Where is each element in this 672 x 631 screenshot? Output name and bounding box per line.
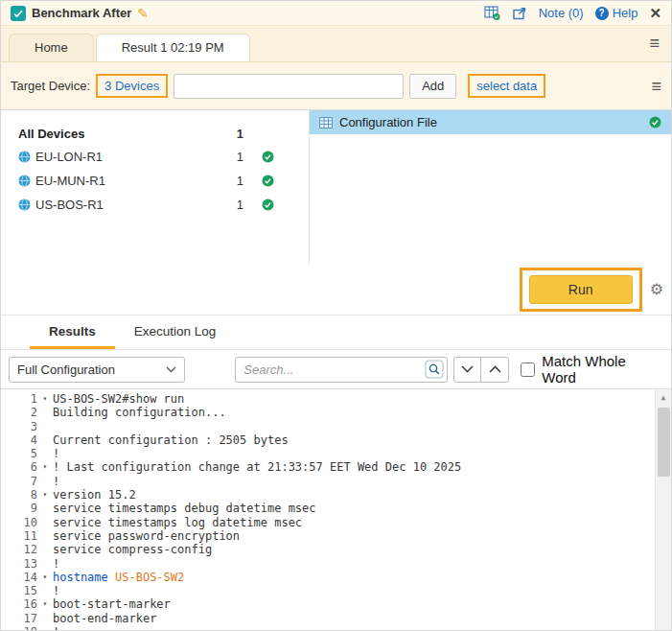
code-text: service timestamps log datetime msec: [53, 516, 302, 529]
match-whole-word-checkbox[interactable]: [521, 362, 535, 377]
devices-panel: All Devices 1 EU-LON-R11EU-MUN-R11US-BOS…: [1, 110, 310, 264]
code-text: US-BOS-SW2#show run: [53, 392, 184, 406]
device-name: EU-LON-R1: [35, 150, 222, 164]
fold-spacer: [37, 612, 53, 625]
code-line: 7!: [1, 475, 654, 488]
code-text: !: [53, 557, 59, 571]
device-success-check-icon: [243, 199, 291, 211]
scrollbar[interactable]: ▲: [655, 389, 671, 630]
results-tab-bar: Results Execution Log: [1, 316, 671, 350]
match-whole-word: Match Whole Word: [521, 353, 663, 386]
tab-home[interactable]: Home: [9, 34, 94, 61]
find-prev-button[interactable]: [480, 357, 509, 383]
close-icon[interactable]: ✕: [649, 5, 661, 22]
search-icon[interactable]: [425, 360, 444, 379]
edit-title-icon[interactable]: ✎: [137, 6, 149, 21]
run-button[interactable]: Run: [529, 275, 633, 304]
code-line: 5!: [1, 447, 654, 460]
code-text: !: [53, 447, 59, 460]
page-title: Benchmark After: [32, 6, 131, 20]
code-text: !: [53, 475, 59, 488]
highlight-box-run: Run: [520, 268, 642, 312]
code-line: 9service timestamps debug datetime msec: [1, 502, 654, 515]
find-next-button[interactable]: [453, 357, 482, 383]
tab-result-1[interactable]: Result 1 02:19 PM: [96, 34, 250, 61]
code-text: boot-start-marker: [53, 597, 171, 611]
line-number: 15: [1, 584, 37, 597]
highlight-box-select-data: select data: [468, 74, 545, 98]
code-line: 11service password-encryption: [1, 529, 654, 543]
code-text: service timestamps debug datetime msec: [53, 502, 316, 515]
device-table-icon[interactable]: [484, 5, 500, 21]
line-number: 17: [1, 612, 37, 625]
title-left: Benchmark After ✎: [11, 6, 149, 21]
code-line: 14▾hostname US-BOS-SW2: [1, 571, 654, 584]
chevron-down-icon: [166, 366, 176, 373]
device-count: 1: [222, 198, 243, 212]
code-line: 6▾! Last configuration change at 21:33:5…: [1, 460, 654, 474]
tab-menu-icon[interactable]: ≡: [649, 35, 660, 52]
code-text: version 15.2: [53, 488, 136, 502]
toolbar-menu-icon[interactable]: ≡: [651, 78, 661, 95]
fold-spacer: [37, 406, 53, 419]
fold-toggle-icon[interactable]: ▾: [37, 460, 53, 474]
tab-bar: Home Result 1 02:19 PM ≡: [1, 26, 671, 62]
code-line: 10service timestamps log datetime msec: [1, 516, 654, 529]
scrollbar-thumb[interactable]: [658, 408, 670, 477]
fold-spacer: [37, 516, 53, 529]
line-number: 18: [1, 625, 37, 630]
feedback-icon[interactable]: [512, 6, 527, 21]
code-text: !: [53, 625, 59, 630]
data-panel: Configuration File: [310, 110, 671, 264]
tab-execution-log[interactable]: Execution Log: [115, 316, 236, 349]
line-number: 12: [1, 543, 37, 556]
code-line: 18!: [1, 625, 654, 630]
code-text: ! Last configuration change at 21:33:57 …: [53, 460, 461, 474]
device-input[interactable]: [174, 74, 404, 99]
code-text: boot-end-marker: [53, 612, 156, 625]
tab-results[interactable]: Results: [30, 316, 115, 349]
help-label: Help: [613, 6, 638, 20]
code-line: 16▾boot-start-marker: [1, 597, 654, 611]
fold-toggle-icon[interactable]: ▾: [37, 392, 53, 406]
note-button[interactable]: Note (0): [539, 6, 584, 20]
line-number: 2: [1, 406, 37, 419]
match-whole-word-label: Match Whole Word: [542, 353, 663, 386]
device-row[interactable]: US-BOS-R11: [1, 193, 309, 217]
fold-spacer: [37, 557, 53, 571]
select-data-link[interactable]: select data: [476, 79, 537, 93]
line-number: 11: [1, 529, 37, 543]
main-panels: All Devices 1 EU-LON-R11EU-MUN-R11US-BOS…: [1, 110, 671, 264]
device-count: 1: [222, 150, 243, 164]
device-icon: [18, 175, 35, 187]
devices-count-link[interactable]: 3 Devices: [104, 79, 159, 93]
fold-toggle-icon[interactable]: ▾: [37, 597, 53, 611]
line-number: 10: [1, 516, 37, 529]
line-number: 3: [1, 420, 37, 433]
chevron-up-icon: [489, 365, 501, 373]
benchmark-icon: [11, 6, 26, 21]
device-success-check-icon: [243, 175, 291, 187]
scrollbar-up-icon[interactable]: ▲: [656, 389, 671, 406]
config-success-check-icon: [649, 116, 661, 129]
all-devices-count: 1: [222, 127, 243, 141]
line-number: 1: [1, 392, 37, 406]
device-row[interactable]: EU-LON-R11: [1, 145, 309, 169]
code-lines: 1▾US-BOS-SW2#show run2Building configura…: [1, 392, 654, 630]
fold-toggle-icon[interactable]: ▾: [37, 488, 53, 502]
add-button[interactable]: Add: [409, 74, 456, 99]
view-select-dropdown[interactable]: Full Configuration: [9, 357, 185, 383]
code-line: 4Current configuration : 2505 bytes: [1, 433, 654, 447]
line-number: 16: [1, 597, 37, 611]
code-text: service password-encryption: [53, 529, 240, 543]
code-line: 1▾US-BOS-SW2#show run: [1, 392, 654, 406]
fold-toggle-icon[interactable]: ▾: [37, 571, 53, 584]
title-bar: Benchmark After ✎ Note (0) ? Help ✕: [1, 1, 671, 26]
all-devices-label: All Devices: [18, 127, 222, 141]
device-list: EU-LON-R11EU-MUN-R11US-BOS-R11: [1, 145, 309, 217]
configuration-file-row[interactable]: Configuration File: [310, 110, 671, 134]
settings-gear-icon[interactable]: ⚙: [650, 280, 663, 298]
search-input[interactable]: [236, 362, 424, 377]
help-button[interactable]: ? Help: [595, 6, 638, 20]
device-row[interactable]: EU-MUN-R11: [1, 169, 309, 193]
